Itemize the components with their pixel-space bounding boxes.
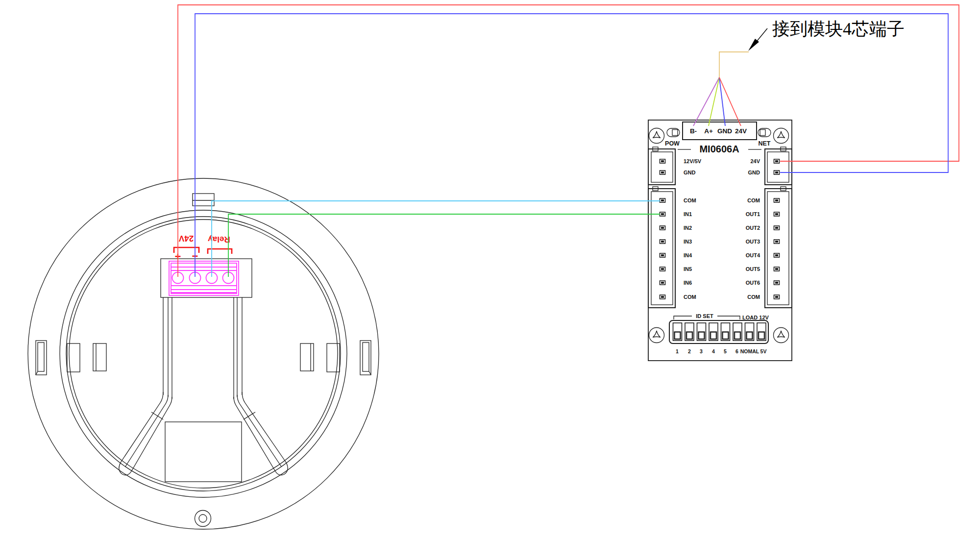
wire-bus-tan <box>719 52 749 77</box>
label-out5: OUT5 <box>746 266 760 272</box>
dip-switch-2 <box>685 323 694 341</box>
label-out3: OUT3 <box>746 239 760 245</box>
detector-base-plate: 24V Relay + − <box>28 178 379 529</box>
wire-com-cyan <box>212 201 660 277</box>
label-in1: IN1 <box>684 211 692 217</box>
load-12v-label: LOAD 12V <box>742 315 769 320</box>
wire-24v-red <box>178 5 959 277</box>
io-module: B- A+ GND 24V POW NET MI0606A <box>648 120 792 361</box>
dip-label-6: 6 <box>735 348 738 354</box>
label-24v-right: 24V <box>750 158 760 164</box>
label-com-in-top: COM <box>684 197 696 203</box>
label-in3: IN3 <box>684 239 692 245</box>
label-out2: OUT2 <box>746 225 760 231</box>
left-slots <box>36 341 106 375</box>
label-in5: IN5 <box>684 266 692 272</box>
label-gnd-left: GND <box>684 170 696 175</box>
base-inner-rim-circle-2 <box>69 220 338 488</box>
wiring-diagram: 24V Relay + − B- A+ GND 24V POW <box>0 0 980 539</box>
top-tab <box>193 194 214 206</box>
pin-24v-right <box>774 159 780 163</box>
label-com-out-top: COM <box>747 197 760 203</box>
right-slots <box>300 341 371 375</box>
dip-switch-6 <box>733 323 742 341</box>
label-12v5v: 12V/5V <box>684 158 702 164</box>
wire-gnd-blue <box>195 14 948 277</box>
mounting-hole <box>195 511 211 527</box>
relay-terminal-label: Relay <box>208 235 230 244</box>
label-out1: OUT1 <box>746 211 760 217</box>
label-out6: OUT6 <box>746 280 760 286</box>
base-inner-rim-circle <box>66 217 341 491</box>
dip-switch-5 <box>721 323 730 341</box>
id-set-label: ID SET <box>696 313 713 319</box>
label-com-in-bottom: COM <box>684 294 696 300</box>
header-pin-a-plus: A+ <box>704 127 713 135</box>
dip-label-nomal: NOMAL <box>740 348 760 354</box>
header-pin-gnd: GND <box>717 127 732 135</box>
label-out4: OUT4 <box>746 252 760 258</box>
label-in4: IN4 <box>684 252 692 258</box>
annotation-text: 接到模块4芯端子 <box>772 19 905 39</box>
dip-switch-1 <box>673 323 682 341</box>
dip-label-1: 1 <box>676 348 679 354</box>
label-gnd-right: GND <box>748 170 760 175</box>
header-pin-b-minus: B- <box>690 127 697 135</box>
pin-gnd-left <box>660 171 665 174</box>
label-com-out-bottom: COM <box>747 294 760 300</box>
pin-gnd-right <box>774 171 780 174</box>
terminal-markings: 24V Relay + − <box>174 234 232 263</box>
base-outer-circle <box>28 178 379 529</box>
wires <box>178 5 959 277</box>
label-in2: IN2 <box>684 225 692 231</box>
dip-switch-3 <box>697 323 706 341</box>
wire-fan-a-plus <box>709 77 719 126</box>
dip-label-5: 5 <box>724 348 727 354</box>
wire-fan-b-minus <box>693 77 719 126</box>
dip-switch-4 <box>709 323 718 341</box>
dip-label-5v: 5V <box>760 348 767 354</box>
net-label: NET <box>759 140 771 147</box>
module-title: MI0606A <box>699 144 739 154</box>
pin-12v5v <box>660 159 665 163</box>
header-pin-24v: 24V <box>735 127 747 135</box>
annotation: 接到模块4芯端子 <box>748 19 905 51</box>
pow-label: POW <box>665 140 680 147</box>
center-plate <box>165 422 242 482</box>
base-middle-circle <box>60 210 347 497</box>
dip-switch-8 <box>757 323 766 341</box>
dip-switch-7 <box>745 323 754 341</box>
dip-label-3: 3 <box>700 348 703 354</box>
dip-label-4: 4 <box>712 348 715 354</box>
dip-label-2: 2 <box>688 348 691 354</box>
wire-in1-green <box>228 214 660 277</box>
label-in6: IN6 <box>684 280 692 286</box>
annotation-leader-line <box>756 28 767 42</box>
power-terminal-label: 24V <box>178 234 194 243</box>
